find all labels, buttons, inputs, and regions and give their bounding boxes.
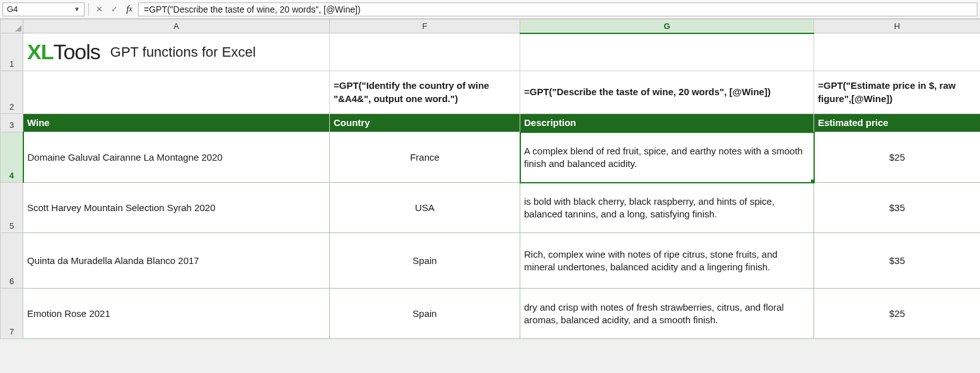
cell-description[interactable]: dry and crisp with notes of fresh strawb…: [520, 289, 814, 339]
cell-description[interactable]: Rich, complex wine with notes of ripe ci…: [520, 233, 814, 289]
accept-formula-icon[interactable]: ✓: [108, 3, 120, 16]
col-header-F[interactable]: F: [330, 20, 520, 33]
header-description[interactable]: Description: [520, 114, 814, 132]
cell-country[interactable]: USA: [330, 183, 520, 233]
name-box[interactable]: G4 ▼: [3, 3, 85, 16]
row-header-7[interactable]: 7: [1, 289, 23, 339]
cell-price[interactable]: $25: [814, 289, 981, 339]
cell-H1[interactable]: [814, 33, 981, 71]
cell-F1[interactable]: [330, 33, 520, 71]
table-row: 7 Emotion Rose 2021 Spain dry and crisp …: [1, 289, 981, 339]
cell-wine[interactable]: Quinta da Muradella Alanda Blanco 2017: [23, 233, 330, 289]
cell-price[interactable]: $25: [814, 132, 981, 183]
spreadsheet: A F G H 1 XLTools GPT functions for Exce…: [0, 19, 980, 339]
cell-H2[interactable]: =GPT("Estimate price in $, raw figure",[…: [814, 71, 981, 114]
cell-wine[interactable]: Emotion Rose 2021: [23, 289, 330, 339]
row-1: 1 XLTools GPT functions for Excel: [1, 33, 981, 71]
cell-F2[interactable]: =GPT("Identify the country of wine "&A4&…: [330, 71, 520, 114]
row-header-4[interactable]: 4: [1, 132, 23, 183]
cell-price[interactable]: $35: [814, 233, 981, 289]
row-header-2[interactable]: 2: [1, 71, 23, 114]
header-country[interactable]: Country: [330, 114, 520, 132]
row-2: 2 =GPT("Identify the country of wine "&A…: [1, 71, 981, 114]
table-row: 6 Quinta da Muradella Alanda Blanco 2017…: [1, 233, 981, 289]
cancel-formula-icon[interactable]: ✕: [93, 3, 105, 16]
select-all-corner[interactable]: [1, 20, 23, 33]
col-header-H[interactable]: H: [814, 20, 981, 33]
name-box-value: G4: [7, 4, 18, 14]
formula-input-value: =GPT("Describe the taste of wine, 20 wor…: [144, 4, 361, 14]
table-row: 4 Domaine Galuval Cairanne La Montagne 2…: [1, 132, 981, 183]
cell-country[interactable]: Spain: [330, 233, 520, 289]
row-header-5[interactable]: 5: [1, 183, 23, 233]
header-estimated-price[interactable]: Estimated price: [814, 114, 981, 132]
column-headers: A F G H: [1, 20, 981, 33]
chevron-down-icon[interactable]: ▼: [74, 6, 80, 13]
cell-G1[interactable]: [520, 33, 814, 71]
divider: [88, 3, 89, 16]
row-header-3[interactable]: 3: [1, 114, 23, 132]
logo-subtitle: GPT functions for Excel: [110, 43, 256, 62]
cell-country[interactable]: Spain: [330, 289, 520, 339]
row-3-table-header: 3 Wine Country Description Estimated pri…: [1, 114, 981, 132]
cell-wine[interactable]: Domaine Galuval Cairanne La Montagne 202…: [23, 132, 330, 183]
cell-wine[interactable]: Scott Harvey Mountain Selection Syrah 20…: [23, 183, 330, 233]
col-header-A[interactable]: A: [23, 20, 330, 33]
cell-price[interactable]: $35: [814, 183, 981, 233]
cell-A1[interactable]: XLTools GPT functions for Excel: [23, 33, 330, 71]
cell-A2[interactable]: [23, 71, 330, 114]
header-wine[interactable]: Wine: [23, 114, 330, 132]
cell-description[interactable]: A complex blend of red fruit, spice, and…: [520, 132, 814, 183]
row-header-6[interactable]: 6: [1, 233, 23, 289]
fx-icon[interactable]: fx: [123, 3, 136, 16]
cell-country[interactable]: France: [330, 132, 520, 183]
col-header-G[interactable]: G: [520, 20, 814, 33]
formula-input[interactable]: =GPT("Describe the taste of wine, 20 wor…: [138, 3, 977, 16]
row-header-1[interactable]: 1: [1, 33, 23, 71]
cell-description[interactable]: is bold with black cherry, black raspber…: [520, 183, 814, 233]
xltools-logo: XLTools: [27, 38, 100, 67]
table-row: 5 Scott Harvey Mountain Selection Syrah …: [1, 183, 981, 233]
cell-G2[interactable]: =GPT("Describe the taste of wine, 20 wor…: [520, 71, 814, 114]
formula-bar: G4 ▼ ✕ ✓ fx =GPT("Describe the taste of …: [0, 0, 980, 19]
